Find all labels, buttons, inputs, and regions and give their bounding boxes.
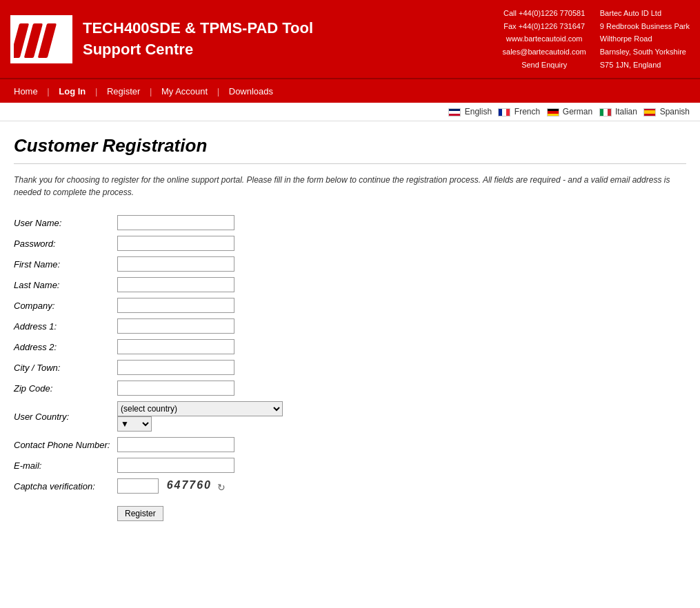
password-row: Password: (14, 233, 290, 254)
firstname-row: First Name: (14, 254, 290, 274)
captcha-label: Captcha verification: (14, 476, 117, 496)
flag-it-icon (599, 108, 612, 116)
nav-my-account[interactable]: My Account (154, 86, 214, 97)
nav-bar: Home | Log In | Register | My Account | … (0, 78, 700, 103)
phone-input[interactable] (117, 437, 234, 452)
city-input[interactable] (117, 360, 234, 375)
password-label: Password: (14, 233, 117, 254)
zipcode-label: Zip Code: (14, 378, 117, 398)
page-title: Customer Registration (14, 135, 686, 156)
address1-row: Address 1: (14, 316, 290, 336)
user-country-label: User Country: (14, 398, 117, 434)
address2-label: Address 2: (14, 336, 117, 357)
lang-german[interactable]: German (547, 107, 595, 116)
email-row: E-mail: (14, 455, 290, 476)
username-row: User Name: (14, 212, 290, 233)
country-select-secondary[interactable]: ▼ (117, 416, 152, 432)
registration-form: User Name: Password: First Name: (14, 212, 686, 524)
nav-home[interactable]: Home (7, 86, 45, 97)
title-divider (14, 163, 686, 164)
flag-en-icon (448, 108, 461, 116)
phone-row: Contact Phone Number: (14, 434, 290, 455)
email-label: E-mail: (14, 455, 117, 476)
password-input[interactable] (117, 236, 234, 251)
lang-bar: English French German Italian Spanish (0, 103, 700, 121)
captcha-row: Captcha verification: 647760 ↻ (14, 476, 290, 496)
city-row: City / Town: (14, 357, 290, 378)
nav-sep-4: | (214, 86, 222, 97)
firstname-label: First Name: (14, 254, 117, 274)
city-label: City / Town: (14, 357, 117, 378)
lastname-label: Last Name: (14, 274, 117, 295)
form-table: User Name: Password: First Name: (14, 212, 290, 524)
nav-sep-3: | (147, 86, 154, 97)
username-label: User Name: (14, 212, 117, 233)
lastname-row: Last Name: (14, 274, 290, 295)
header-title: TECH400SDE & TPMS-PAD Tool Support Centr… (83, 18, 313, 61)
zipcode-input[interactable] (117, 381, 234, 396)
header: TECH400SDE & TPMS-PAD Tool Support Centr… (0, 0, 700, 78)
lastname-input[interactable] (117, 277, 234, 292)
flag-de-icon (547, 108, 559, 116)
register-button[interactable]: Register (117, 506, 163, 521)
lang-italian[interactable]: Italian (599, 107, 640, 116)
company-row: Company: (14, 295, 290, 316)
register-button-row: Register (14, 496, 290, 524)
phone-label: Contact Phone Number: (14, 434, 117, 455)
country-row: User Country: (select country) ▼ (14, 398, 290, 434)
header-address: Bartec Auto ID Ltd 9 Redbrook Business P… (600, 7, 690, 71)
username-input[interactable] (117, 215, 234, 230)
lang-english[interactable]: English (448, 107, 494, 116)
lang-spanish[interactable]: Spanish (643, 107, 690, 116)
flag-es-icon (643, 108, 656, 116)
main-content: Customer Registration Thank you for choo… (0, 121, 700, 538)
firstname-input[interactable] (117, 256, 234, 272)
nav-register[interactable]: Register (100, 86, 147, 97)
country-select-main[interactable]: (select country) (117, 401, 283, 416)
address1-input[interactable] (117, 318, 234, 334)
logo-area: TECH400SDE & TPMS-PAD Tool Support Centr… (10, 15, 503, 63)
nav-sep-1: | (45, 86, 52, 97)
intro-text: Thank you for choosing to register for t… (14, 174, 686, 199)
captcha-refresh-icon[interactable]: ↻ (217, 482, 227, 492)
address1-label: Address 1: (14, 316, 117, 336)
zipcode-row: Zip Code: (14, 378, 290, 398)
address2-input[interactable] (117, 339, 234, 354)
lang-french[interactable]: French (498, 107, 542, 116)
logo (10, 15, 72, 63)
header-contact: Call +44(0)1226 770581 Fax +44(0)1226 73… (503, 7, 586, 71)
address2-row: Address 2: (14, 336, 290, 357)
email-input[interactable] (117, 458, 234, 473)
flag-fr-icon (498, 108, 510, 116)
nav-login[interactable]: Log In (52, 86, 92, 97)
nav-sep-2: | (92, 86, 100, 97)
captcha-input[interactable] (117, 478, 159, 494)
company-label: Company: (14, 295, 117, 316)
captcha-code: 647760 (167, 479, 212, 492)
nav-downloads[interactable]: Downloads (222, 86, 280, 97)
company-input[interactable] (117, 298, 234, 313)
